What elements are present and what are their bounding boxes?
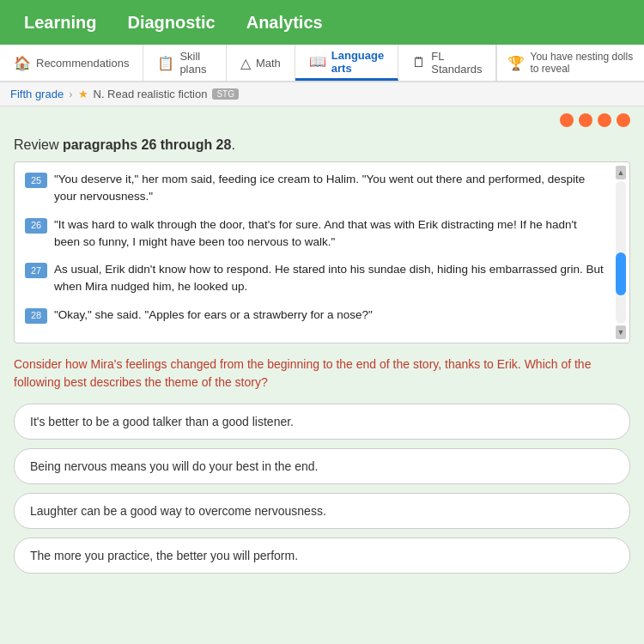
answer-choice-4[interactable]: The more you practice, the better you wi… (14, 538, 630, 574)
progress-dots (0, 106, 644, 131)
subnav-fl-standards[interactable]: 🗒 FL Standards (398, 45, 496, 81)
nesting-dolls-banner: 🏆 You have nesting dolls to reveal (496, 45, 644, 81)
breadcrumb-separator: › (69, 88, 72, 100)
breadcrumb-grade[interactable]: Fifth grade (10, 88, 64, 100)
breadcrumb-bar: Fifth grade › ★ N. Read realistic fictio… (0, 82, 644, 106)
para-num-25: 25 (25, 173, 47, 188)
subnav-math[interactable]: △ Math (227, 45, 295, 81)
para-num-28: 28 (25, 308, 47, 324)
nav-diagnostic[interactable]: Diagnostic (112, 0, 230, 45)
dot-4 (617, 113, 630, 127)
math-icon: △ (240, 55, 251, 71)
paragraph-27: 27 As usual, Erik didn't know how to res… (25, 261, 604, 296)
paragraph-26: 26 "It was hard to walk through the door… (25, 216, 604, 252)
question-text: Consider how Mira's feelings changed fro… (14, 355, 630, 392)
para-text-26: "It was hard to walk through the door, t… (54, 216, 604, 252)
breadcrumb-section: N. Read realistic fiction (94, 88, 208, 100)
passage-scroll: 25 "You deserve it," her mom said, feedi… (25, 171, 604, 334)
answer-choice-3[interactable]: Laughter can be a good way to overcome n… (14, 493, 630, 529)
paragraph-25: 25 "You deserve it," her mom said, feedi… (25, 171, 604, 206)
recommendations-icon: 🏠 (14, 55, 31, 71)
breadcrumb: Fifth grade › ★ N. Read realistic fictio… (10, 88, 239, 100)
skill-plans-icon: 📋 (157, 55, 174, 71)
nav-learning[interactable]: Learning (9, 0, 112, 45)
scroll-track (616, 181, 626, 324)
subnav-recommendations[interactable]: 🏠 Recommendations (0, 45, 143, 81)
trophy-icon: 🏆 (507, 55, 525, 71)
answer-choice-1[interactable]: It's better to be a good talker than a g… (14, 404, 630, 440)
fl-standards-icon: 🗒 (412, 55, 426, 70)
para-num-26: 26 (25, 218, 47, 234)
dot-2 (579, 113, 592, 127)
dot-1 (560, 113, 574, 127)
para-text-25: "You deserve it," her mom said, feeding … (54, 171, 604, 206)
para-num-27: 27 (25, 263, 47, 278)
para-text-28: "Okay," she said. "Apples for ears or a … (54, 307, 604, 324)
top-navigation: Learning Diagnostic Analytics (0, 0, 644, 45)
paragraph-28: 28 "Okay," she said. "Apples for ears or… (25, 307, 604, 324)
passage-box: 25 "You deserve it," her mom said, feedi… (14, 161, 630, 343)
sub-navigation: 🏠 Recommendations 📋 Skill plans △ Math 📖… (0, 45, 644, 82)
scroll-up-arrow[interactable]: ▲ (616, 166, 626, 179)
language-arts-icon: 📖 (309, 53, 326, 70)
subnav-language-arts[interactable]: 📖 Language arts (295, 45, 398, 81)
scroll-down-arrow[interactable]: ▼ (616, 325, 626, 339)
scroll-thumb (616, 252, 626, 295)
dot-3 (598, 113, 611, 127)
nav-analytics[interactable]: Analytics (231, 0, 338, 45)
scrollbar[interactable]: ▲ ▼ (616, 166, 626, 339)
answer-choice-2[interactable]: Being nervous means you will do your bes… (14, 448, 630, 484)
para-text-27: As usual, Erik didn't know how to respon… (54, 261, 604, 296)
review-bold: paragraphs 26 through 28 (63, 137, 232, 152)
breadcrumb-star-icon: ★ (78, 88, 88, 100)
breadcrumb-badge: STG (212, 88, 239, 100)
main-content: Review paragraphs 26 through 28. 25 "You… (0, 131, 644, 592)
review-instruction: Review paragraphs 26 through 28. (14, 137, 630, 153)
subnav-skill-plans[interactable]: 📋 Skill plans (143, 45, 227, 81)
